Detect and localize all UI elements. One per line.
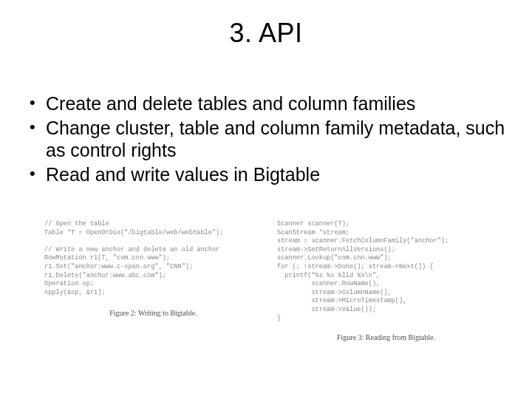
bullet-item: Read and write values in Bigtable — [27, 163, 507, 186]
figure-caption: Figure 2: Writing to Bigtable. — [44, 309, 262, 317]
code-figures: // Open the table Table *T = OpenOrDie("… — [44, 220, 495, 341]
slide-title: 3. API — [0, 18, 532, 49]
figure-caption: Figure 3: Reading from Bigtable. — [277, 333, 495, 341]
code-block-reading: Scanner scanner(T); ScanStream *stream; … — [277, 220, 495, 323]
bullet-item: Create and delete tables and column fami… — [27, 92, 507, 115]
bullet-list: Create and delete tables and column fami… — [27, 92, 507, 187]
bullet-item: Change cluster, table and column family … — [27, 117, 507, 162]
figure-writing: // Open the table Table *T = OpenOrDie("… — [44, 220, 262, 341]
code-block-writing: // Open the table Table *T = OpenOrDie("… — [44, 220, 262, 297]
slide: 3. API Create and delete tables and colu… — [0, 0, 532, 399]
figure-reading: Scanner scanner(T); ScanStream *stream; … — [277, 220, 495, 341]
